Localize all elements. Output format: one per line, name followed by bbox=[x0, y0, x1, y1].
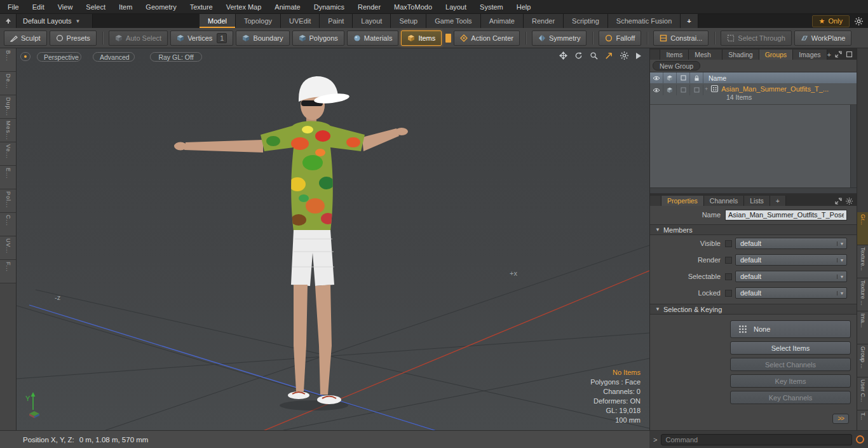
popout-icon[interactable] bbox=[835, 51, 842, 58]
action-center-button[interactable]: Action Center bbox=[454, 31, 520, 46]
tab-render[interactable]: Render bbox=[524, 14, 564, 28]
add-tab-icon[interactable]: + bbox=[827, 51, 831, 58]
select-items-button[interactable]: Select Items bbox=[730, 341, 851, 355]
vertices-button[interactable]: Vertices 1 bbox=[170, 31, 233, 46]
panel-tab-stub[interactable] bbox=[650, 196, 661, 206]
polygons-button[interactable]: Polygons bbox=[292, 31, 344, 46]
workplane-button[interactable]: WorkPlane bbox=[794, 31, 852, 46]
tab-animate[interactable]: Animate bbox=[481, 14, 524, 28]
popout-icon[interactable] bbox=[835, 198, 842, 205]
menu-system[interactable]: System bbox=[480, 3, 503, 11]
menu-dynamics[interactable]: Dynamics bbox=[314, 3, 344, 11]
tab-topology[interactable]: Topology bbox=[236, 14, 281, 28]
right-palette-tab-groups[interactable]: Gr... bbox=[857, 212, 868, 245]
add-layout-tab-button[interactable]: + bbox=[681, 14, 698, 28]
locked-dropdown[interactable]: default ▼ bbox=[735, 287, 847, 299]
vertical-scrollbar[interactable] bbox=[850, 105, 857, 187]
menu-help[interactable]: Help bbox=[517, 3, 531, 11]
name-column-header[interactable]: Name bbox=[703, 74, 726, 82]
auto-select-button[interactable]: Auto Select bbox=[109, 31, 168, 46]
add-properties-tab-button[interactable]: + bbox=[770, 196, 786, 206]
command-history-icon[interactable] bbox=[856, 435, 864, 444]
expand-more-button[interactable]: >> bbox=[832, 414, 849, 424]
left-palette-tab[interactable]: F... bbox=[0, 260, 16, 283]
tab-uvedit[interactable]: UVEdit bbox=[281, 14, 320, 28]
menu-maxtomodo[interactable]: MaxToModo bbox=[394, 3, 432, 11]
menu-texture[interactable]: Texture bbox=[190, 3, 213, 11]
right-palette-tab[interactable]: User C... bbox=[857, 377, 868, 411]
menu-render[interactable]: Render bbox=[358, 3, 381, 11]
menu-geometry[interactable]: Geometry bbox=[146, 3, 176, 11]
tab-channels[interactable]: Channels bbox=[704, 196, 744, 206]
layout-selector[interactable]: Default Layouts ▼ bbox=[17, 14, 93, 28]
channel-toggle-icon[interactable] bbox=[725, 290, 732, 297]
only-toggle-button[interactable]: ★ Only bbox=[812, 15, 850, 27]
tab-images[interactable]: Images bbox=[793, 50, 827, 60]
key-channels-button[interactable]: Key Channels bbox=[730, 391, 851, 404]
menu-vertex-map[interactable]: Vertex Map bbox=[226, 3, 262, 11]
menu-edit[interactable]: Edit bbox=[32, 3, 44, 11]
falloff-button[interactable]: Falloff bbox=[599, 31, 641, 46]
layout-up-button[interactable] bbox=[0, 14, 17, 28]
members-section-header[interactable]: ▼ Members bbox=[650, 224, 857, 235]
constraints-button[interactable]: Constrai... bbox=[653, 31, 709, 46]
left-palette-tab[interactable]: Ve... bbox=[0, 142, 16, 166]
channel-toggle-icon[interactable] bbox=[725, 240, 732, 247]
tab-game-tools[interactable]: Game Tools bbox=[426, 14, 481, 28]
tab-properties[interactable]: Properties bbox=[661, 196, 704, 206]
channel-toggle-icon[interactable] bbox=[725, 273, 732, 280]
raygl-dropdown[interactable]: Ray GL: Off bbox=[150, 52, 202, 62]
group-row-main[interactable]: + Asian_Man_Summer_Outfits_T_... 14 Item… bbox=[703, 83, 829, 101]
selection-keying-section-header[interactable]: ▼ Selection & Keying bbox=[650, 304, 857, 315]
menu-view[interactable]: View bbox=[58, 3, 73, 11]
group-name-input[interactable] bbox=[725, 210, 847, 221]
view-mode-dropdown[interactable]: Perspective bbox=[37, 52, 81, 62]
row-expander[interactable]: + bbox=[705, 86, 708, 92]
left-palette-tab[interactable]: E... bbox=[0, 166, 16, 189]
group-list-empty-area[interactable] bbox=[650, 105, 857, 187]
panel-tab-stub[interactable] bbox=[650, 50, 660, 60]
items-button[interactable]: Items bbox=[401, 31, 442, 46]
select-through-button[interactable]: Select Through bbox=[721, 31, 791, 46]
pan-icon[interactable] bbox=[559, 51, 567, 60]
selectable-dropdown[interactable]: default ▼ bbox=[735, 271, 847, 282]
boundary-button[interactable]: Boundary bbox=[236, 31, 289, 46]
tab-scripting[interactable]: Scripting bbox=[564, 14, 608, 28]
tab-layout[interactable]: Layout bbox=[353, 14, 391, 28]
left-palette-tab[interactable]: De... bbox=[0, 72, 16, 95]
play-icon[interactable] bbox=[635, 52, 642, 60]
tab-schematic-fusion[interactable]: Schematic Fusion bbox=[608, 14, 681, 28]
viewport-3d[interactable]: -z +x Perspective Advanced Ray GL: Off N… bbox=[17, 48, 649, 430]
right-palette-tab[interactable]: Texture... bbox=[857, 245, 868, 278]
sculpt-button[interactable]: Sculpt bbox=[4, 31, 47, 46]
row-type-icon-cell[interactable] bbox=[663, 85, 677, 95]
menu-animate[interactable]: Animate bbox=[275, 3, 300, 11]
command-input[interactable] bbox=[661, 434, 852, 445]
right-palette-tab[interactable]: Ima... bbox=[857, 311, 868, 344]
presets-button[interactable]: Presets bbox=[50, 31, 97, 46]
new-group-button[interactable]: New Group bbox=[653, 61, 700, 71]
left-palette-tab[interactable]: C... bbox=[0, 213, 16, 236]
menu-item[interactable]: Item bbox=[119, 3, 132, 11]
item-type-column-header[interactable] bbox=[663, 72, 677, 83]
left-palette-tab[interactable]: Mes... bbox=[0, 119, 16, 142]
menu-file[interactable]: File bbox=[8, 3, 19, 11]
left-palette-tab[interactable]: Pol... bbox=[0, 189, 16, 213]
maximize-icon[interactable] bbox=[846, 51, 853, 58]
tab-paint[interactable]: Paint bbox=[320, 14, 353, 28]
left-palette-tab[interactable]: B... bbox=[0, 48, 16, 72]
select-channels-button[interactable]: Select Channels bbox=[730, 358, 851, 371]
character-model[interactable] bbox=[174, 76, 408, 404]
left-palette-tab[interactable]: Dup... bbox=[0, 95, 16, 119]
tab-model[interactable]: Model bbox=[200, 14, 236, 28]
shading-mode-dropdown[interactable]: Advanced bbox=[93, 52, 135, 62]
tab-setup[interactable]: Setup bbox=[391, 14, 426, 28]
tab-items[interactable]: Items bbox=[660, 50, 689, 60]
rotate-icon[interactable] bbox=[574, 51, 583, 60]
left-palette-tab[interactable]: UV... bbox=[0, 236, 16, 260]
group-list-row[interactable]: + Asian_Man_Summer_Outfits_T_... 14 Item… bbox=[650, 83, 857, 105]
tab-mesh[interactable]: Mesh ... bbox=[689, 50, 722, 60]
right-palette-tab[interactable]: Group ... bbox=[857, 344, 868, 377]
menu-layout[interactable]: Layout bbox=[445, 3, 466, 11]
lock-column-header[interactable] bbox=[690, 72, 703, 83]
